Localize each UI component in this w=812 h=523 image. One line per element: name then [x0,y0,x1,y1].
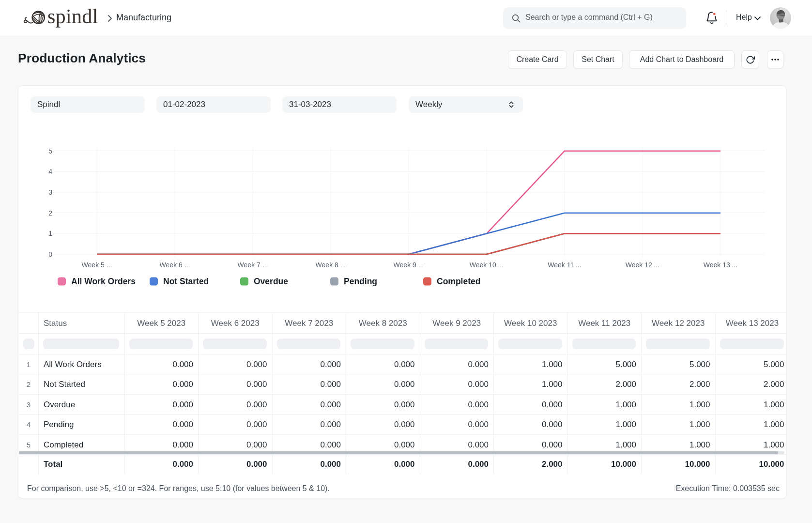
svg-text:Week 13 ...: Week 13 ... [704,261,738,269]
svg-text:5: 5 [48,147,52,155]
svg-text:4: 4 [48,168,52,175]
svg-text:All Work Orders: All Work Orders [71,277,136,286]
svg-text:3: 3 [48,188,52,196]
svg-text:Week 6 ...: Week 6 ... [160,261,190,269]
svg-text:Week 7 ...: Week 7 ... [238,261,268,269]
svg-text:Pending: Pending [344,277,377,286]
svg-text:1: 1 [48,230,52,237]
svg-text:Week 12 ...: Week 12 ... [626,261,660,269]
svg-text:Week 8 ...: Week 8 ... [316,261,346,269]
svg-text:Week 5 ...: Week 5 ... [82,261,112,269]
svg-text:Week 10 ...: Week 10 ... [470,261,504,269]
svg-text:Completed: Completed [437,277,480,286]
svg-text:Week 11 ...: Week 11 ... [548,261,582,269]
svg-text:Not Started: Not Started [163,277,209,286]
svg-text:0: 0 [48,250,52,258]
svg-text:Overdue: Overdue [254,277,288,286]
svg-text:Week 9 ...: Week 9 ... [394,261,424,269]
svg-text:2: 2 [48,209,52,217]
